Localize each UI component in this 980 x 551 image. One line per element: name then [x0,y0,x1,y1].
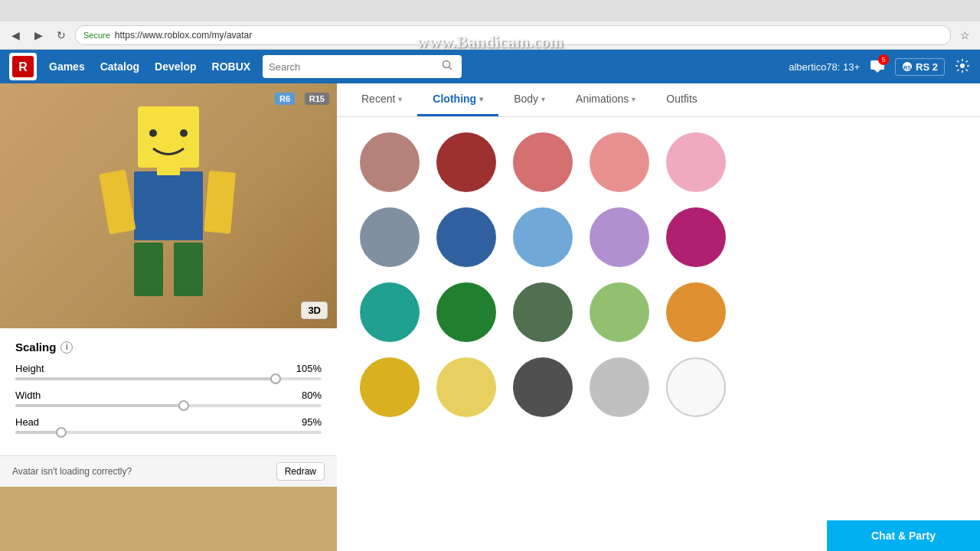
head-label: Head [15,416,39,428]
search-box[interactable] [263,55,462,78]
color-orange[interactable] [666,282,726,342]
tab-recent-chevron: ▾ [398,95,402,103]
refresh-button[interactable]: ↻ [52,26,70,44]
width-fill [15,404,184,407]
svg-rect-15 [134,243,163,296]
width-track [15,404,322,407]
r15-badge[interactable]: R15 [305,93,329,105]
browser-nav: ◀ ▶ ↻ Secure https://www.roblox.com/my/a… [0,21,980,49]
head-track [15,431,322,434]
address-bar[interactable]: Secure https://www.roblox.com/my/avatar [75,25,951,45]
main-layout: R6 R15 [0,83,980,551]
tab-animations-label: Animations [576,93,629,105]
secure-badge: Secure [83,31,110,40]
svg-text:R: R [18,60,28,73]
username-label: albertico78: 13+ [789,61,860,73]
browser-titlebar [0,0,980,21]
messages-wrapper[interactable]: 5 [869,57,886,77]
nav-robux[interactable]: ROBUX [212,60,251,73]
redraw-button[interactable]: Redraw [276,462,325,481]
height-fill [15,377,276,380]
width-slider-row: Width 80% [15,390,322,407]
tab-outfits[interactable]: Outfits [651,83,712,116]
svg-line-3 [449,67,452,70]
head-thumb[interactable] [56,427,67,438]
head-value: 95% [302,416,322,428]
color-dark-red[interactable] [436,132,496,192]
svg-point-11 [180,129,188,137]
color-yellow[interactable] [360,357,420,417]
robux-label: RS 2 [916,61,938,73]
svg-text:RS: RS [903,65,911,70]
tab-body[interactable]: Body ▾ [498,83,560,116]
tab-clothing[interactable]: Clothing ▾ [417,83,498,116]
color-light-pink[interactable] [590,132,649,192]
forward-button[interactable]: ▶ [29,26,47,44]
scaling-title: Scaling i [15,341,322,354]
height-slider-row: Height 105% [15,363,322,380]
height-thumb[interactable] [270,373,281,384]
scaling-info-icon[interactable]: i [60,341,73,354]
color-mauve[interactable] [360,132,420,192]
chat-party-button[interactable]: Chat & Party [827,520,980,551]
tab-animations[interactable]: Animations ▾ [560,83,651,116]
three-d-button[interactable]: 3D [301,302,328,319]
color-olive[interactable] [513,282,573,342]
scaling-label: Scaling [15,341,56,354]
avatar-area: R6 R15 [0,83,337,328]
tab-clothing-label: Clothing [433,93,476,105]
color-dark-gray[interactable] [513,357,573,417]
settings-wrapper[interactable] [954,57,971,77]
roblox-logo[interactable]: R [9,53,37,80]
scaling-section: Scaling i Height 105% Width 80% [0,328,337,455]
color-slate[interactable] [360,207,420,267]
svg-rect-17 [157,166,180,175]
avatar-character [92,99,245,313]
nav-right: albertico78: 13+ 5 RS RS 2 [789,57,971,77]
head-slider-row: Head 95% [15,416,322,434]
color-light-blue[interactable] [513,207,573,267]
svg-point-10 [149,129,157,137]
color-salmon[interactable] [513,132,573,192]
svg-rect-9 [138,106,199,168]
width-label: Width [15,390,41,401]
tab-recent[interactable]: Recent ▾ [346,83,417,116]
notification-badge: 5 [878,54,889,65]
r6-badge[interactable]: R6 [275,93,295,105]
svg-rect-14 [204,171,236,234]
color-lavender[interactable] [590,207,649,267]
color-light-green[interactable] [590,282,649,342]
color-blue[interactable] [436,207,496,267]
robux-badge[interactable]: RS RS 2 [895,58,945,76]
color-grid-container [337,117,980,525]
nav-develop[interactable]: Develop [155,60,196,73]
color-teal[interactable] [360,282,420,342]
nav-links: Games Catalog Develop ROBUX [49,60,250,73]
tab-clothing-chevron: ▾ [479,95,483,103]
search-input[interactable] [269,61,437,73]
nav-games[interactable]: Games [49,60,85,73]
tab-body-label: Body [514,93,538,105]
color-green[interactable] [436,282,496,342]
error-text: Avatar isn't loading correctly? [12,466,132,477]
svg-rect-13 [99,169,136,234]
back-button[interactable]: ◀ [6,26,24,44]
nav-catalog[interactable]: Catalog [100,60,139,73]
browser-chrome: ◀ ▶ ↻ Secure https://www.roblox.com/my/a… [0,0,980,50]
color-pink[interactable] [666,132,726,192]
color-magenta[interactable] [666,207,726,267]
roblox-navbar: R Games Catalog Develop ROBUX albertico7… [0,50,980,83]
head-fill [15,431,61,434]
tab-bar: Recent ▾ Clothing ▾ Body ▾ Animations ▾ … [337,83,980,117]
svg-rect-12 [134,171,203,240]
tab-body-chevron: ▾ [541,95,545,103]
color-light-yellow[interactable] [436,357,496,417]
tab-animations-chevron: ▾ [632,95,635,103]
color-light-gray[interactable] [590,357,649,417]
width-thumb[interactable] [178,400,189,411]
svg-rect-16 [174,243,203,296]
bookmark-button[interactable]: ☆ [956,26,974,44]
search-icon [442,60,452,73]
height-value: 105% [296,363,322,374]
color-white[interactable] [666,357,726,417]
